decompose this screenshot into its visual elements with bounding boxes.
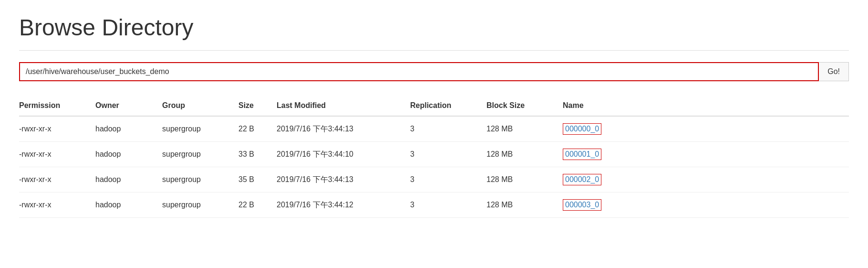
go-button[interactable]: Go! (819, 62, 849, 81)
cell-permission: -rwxr-xr-x (19, 193, 95, 218)
file-link[interactable]: 000000_0 (563, 123, 601, 135)
col-header-permission: Permission (19, 96, 95, 116)
cell-last_modified: 2019/7/16 下午3:44:13 (277, 167, 410, 193)
cell-group: supergroup (162, 193, 238, 218)
cell-block_size: 128 MB (486, 142, 563, 167)
table-body: -rwxr-xr-xhadoopsupergroup22 B2019/7/16 … (19, 116, 849, 218)
file-link[interactable]: 000002_0 (563, 174, 601, 185)
cell-replication: 3 (410, 142, 486, 167)
table-row: -rwxr-xr-xhadoopsupergroup22 B2019/7/16 … (19, 116, 849, 142)
page-title: Browse Directory (19, 14, 849, 41)
file-link[interactable]: 000001_0 (563, 149, 601, 160)
cell-last_modified: 2019/7/16 下午3:44:13 (277, 116, 410, 142)
title-divider (19, 50, 849, 51)
cell-group: supergroup (162, 142, 238, 167)
path-input[interactable] (19, 62, 819, 81)
table-header: Permission Owner Group Size Last Modifie… (19, 96, 849, 116)
cell-owner: hadoop (95, 116, 162, 142)
col-header-replication: Replication (410, 96, 486, 116)
cell-block_size: 128 MB (486, 116, 563, 142)
cell-replication: 3 (410, 193, 486, 218)
cell-group: supergroup (162, 116, 238, 142)
col-header-size: Size (238, 96, 277, 116)
cell-replication: 3 (410, 167, 486, 193)
cell-last_modified: 2019/7/16 下午3:44:12 (277, 193, 410, 218)
directory-table: Permission Owner Group Size Last Modifie… (19, 96, 849, 218)
cell-name: 000002_0 (563, 167, 849, 193)
cell-group: supergroup (162, 167, 238, 193)
cell-owner: hadoop (95, 193, 162, 218)
cell-name: 000003_0 (563, 193, 849, 218)
header-row: Permission Owner Group Size Last Modifie… (19, 96, 849, 116)
cell-permission: -rwxr-xr-x (19, 167, 95, 193)
cell-last_modified: 2019/7/16 下午3:44:10 (277, 142, 410, 167)
col-header-blocksize: Block Size (486, 96, 563, 116)
cell-size: 22 B (238, 116, 277, 142)
table-row: -rwxr-xr-xhadoopsupergroup35 B2019/7/16 … (19, 167, 849, 193)
cell-name: 000000_0 (563, 116, 849, 142)
cell-permission: -rwxr-xr-x (19, 116, 95, 142)
col-header-name: Name (563, 96, 849, 116)
cell-block_size: 128 MB (486, 193, 563, 218)
file-link[interactable]: 000003_0 (563, 199, 601, 211)
search-bar: Go! (19, 62, 849, 81)
col-header-group: Group (162, 96, 238, 116)
table-row: -rwxr-xr-xhadoopsupergroup33 B2019/7/16 … (19, 142, 849, 167)
cell-replication: 3 (410, 116, 486, 142)
cell-size: 22 B (238, 193, 277, 218)
cell-block_size: 128 MB (486, 167, 563, 193)
col-header-owner: Owner (95, 96, 162, 116)
cell-size: 35 B (238, 167, 277, 193)
table-row: -rwxr-xr-xhadoopsupergroup22 B2019/7/16 … (19, 193, 849, 218)
cell-owner: hadoop (95, 142, 162, 167)
cell-size: 33 B (238, 142, 277, 167)
col-header-modified: Last Modified (277, 96, 410, 116)
cell-name: 000001_0 (563, 142, 849, 167)
cell-owner: hadoop (95, 167, 162, 193)
cell-permission: -rwxr-xr-x (19, 142, 95, 167)
